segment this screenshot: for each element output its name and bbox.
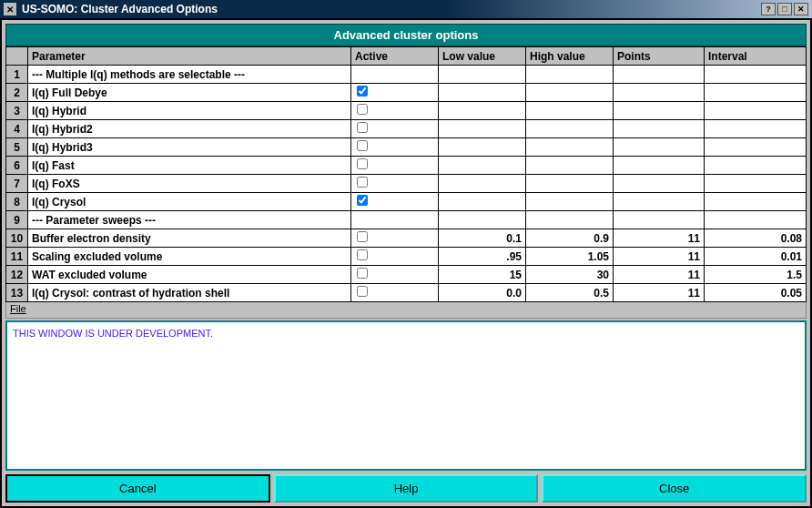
table-row[interactable]: 4I(q) Hybrid2 xyxy=(6,120,807,138)
cancel-button[interactable]: Cancel xyxy=(5,474,270,503)
active-checkbox[interactable] xyxy=(357,195,368,206)
low-cell[interactable]: .95 xyxy=(439,248,526,266)
active-checkbox[interactable] xyxy=(357,177,368,188)
interval-cell[interactable] xyxy=(705,138,807,157)
param-cell[interactable]: --- Multiple I(q) methods are selectable… xyxy=(28,66,351,84)
table-row[interactable]: 10Buffer electron density0.10.9110.08 xyxy=(6,229,807,248)
high-cell[interactable] xyxy=(526,157,614,175)
high-cell[interactable]: 0.5 xyxy=(526,284,614,302)
points-cell[interactable] xyxy=(614,102,705,120)
param-cell[interactable]: --- Parameter sweeps --- xyxy=(28,211,351,229)
param-cell[interactable]: Scaling excluded volume xyxy=(28,248,351,266)
high-cell[interactable] xyxy=(526,84,614,102)
active-cell[interactable] xyxy=(351,193,439,211)
low-cell[interactable] xyxy=(439,102,526,120)
points-cell[interactable]: 11 xyxy=(614,266,705,284)
maximize-window-button[interactable]: □ xyxy=(777,3,792,15)
points-cell[interactable] xyxy=(614,211,705,229)
points-cell[interactable] xyxy=(614,84,705,102)
high-cell[interactable] xyxy=(526,66,614,84)
interval-cell[interactable] xyxy=(705,102,807,120)
param-cell[interactable]: I(q) Hybrid2 xyxy=(28,120,351,138)
points-cell[interactable] xyxy=(614,193,705,211)
active-cell[interactable] xyxy=(351,102,439,120)
menu-bar[interactable]: File xyxy=(5,302,807,319)
active-checkbox[interactable] xyxy=(357,286,368,297)
col-header-points[interactable]: Points xyxy=(614,47,705,66)
col-header-active[interactable]: Active xyxy=(351,47,439,66)
low-cell[interactable] xyxy=(439,193,526,211)
active-cell[interactable] xyxy=(351,175,439,193)
interval-cell[interactable] xyxy=(705,84,807,102)
col-header-interval[interactable]: Interval xyxy=(705,47,807,66)
active-cell[interactable] xyxy=(351,229,439,248)
file-menu[interactable]: File xyxy=(10,303,26,314)
low-cell[interactable]: 0.0 xyxy=(439,284,526,302)
table-row[interactable]: 6I(q) Fast xyxy=(6,157,807,175)
table-row[interactable]: 12WAT excluded volume1530111.5 xyxy=(6,266,807,284)
active-checkbox[interactable] xyxy=(357,86,368,97)
high-cell[interactable] xyxy=(526,102,614,120)
low-cell[interactable] xyxy=(439,157,526,175)
points-cell[interactable]: 11 xyxy=(614,248,705,266)
table-row[interactable]: 8I(q) Crysol xyxy=(6,193,807,211)
low-cell[interactable] xyxy=(439,84,526,102)
param-cell[interactable]: I(q) Crysol xyxy=(28,193,351,211)
param-cell[interactable]: I(q) Full Debye xyxy=(28,84,351,102)
low-cell[interactable] xyxy=(439,175,526,193)
help-button[interactable]: Help xyxy=(274,474,539,503)
high-cell[interactable]: 0.9 xyxy=(526,229,614,248)
param-cell[interactable]: I(q) Crysol: contrast of hydration shell xyxy=(28,284,351,302)
table-row[interactable]: 2I(q) Full Debye xyxy=(6,84,807,102)
col-header-high[interactable]: High value xyxy=(526,47,614,66)
interval-cell[interactable] xyxy=(705,120,807,138)
low-cell[interactable] xyxy=(439,211,526,229)
table-row[interactable]: 11Scaling excluded volume.951.05110.01 xyxy=(6,248,807,266)
high-cell[interactable] xyxy=(526,211,614,229)
points-cell[interactable] xyxy=(614,138,705,157)
high-cell[interactable] xyxy=(526,120,614,138)
active-cell[interactable] xyxy=(351,248,439,266)
high-cell[interactable]: 1.05 xyxy=(526,248,614,266)
active-cell[interactable] xyxy=(351,66,439,84)
table-row[interactable]: 3I(q) Hybrid xyxy=(6,102,807,120)
table-row[interactable]: 1--- Multiple I(q) methods are selectabl… xyxy=(6,66,807,84)
high-cell[interactable] xyxy=(526,193,614,211)
close-window-button[interactable]: ✕ xyxy=(794,3,808,15)
high-cell[interactable]: 30 xyxy=(526,266,614,284)
high-cell[interactable] xyxy=(526,138,614,157)
titlebar[interactable]: ✕ US-SOMO: Cluster Advanced Options ? □ … xyxy=(0,0,812,18)
low-cell[interactable] xyxy=(439,66,526,84)
active-cell[interactable] xyxy=(351,266,439,284)
interval-cell[interactable]: 0.08 xyxy=(705,229,807,248)
active-cell[interactable] xyxy=(351,120,439,138)
interval-cell[interactable] xyxy=(705,175,807,193)
low-cell[interactable] xyxy=(439,138,526,157)
low-cell[interactable]: 0.1 xyxy=(439,229,526,248)
active-cell[interactable] xyxy=(351,211,439,229)
active-checkbox[interactable] xyxy=(357,268,368,279)
table-row[interactable]: 13I(q) Crysol: contrast of hydration she… xyxy=(6,284,807,302)
active-cell[interactable] xyxy=(351,284,439,302)
points-cell[interactable] xyxy=(614,66,705,84)
table-row[interactable]: 7I(q) FoXS xyxy=(6,175,807,193)
active-cell[interactable] xyxy=(351,138,439,157)
interval-cell[interactable] xyxy=(705,211,807,229)
interval-cell[interactable] xyxy=(705,157,807,175)
param-cell[interactable]: I(q) Hybrid3 xyxy=(28,138,351,157)
points-cell[interactable] xyxy=(614,120,705,138)
active-cell[interactable] xyxy=(351,84,439,102)
param-cell[interactable]: I(q) Fast xyxy=(28,157,351,175)
interval-cell[interactable]: 0.05 xyxy=(705,284,807,302)
active-cell[interactable] xyxy=(351,157,439,175)
interval-cell[interactable]: 1.5 xyxy=(705,266,807,284)
param-cell[interactable]: WAT excluded volume xyxy=(28,266,351,284)
param-cell[interactable]: I(q) Hybrid xyxy=(28,102,351,120)
low-cell[interactable]: 15 xyxy=(439,266,526,284)
active-checkbox[interactable] xyxy=(357,140,368,151)
low-cell[interactable] xyxy=(439,120,526,138)
active-checkbox[interactable] xyxy=(357,122,368,133)
high-cell[interactable] xyxy=(526,175,614,193)
help-window-button[interactable]: ? xyxy=(761,3,776,15)
interval-cell[interactable] xyxy=(705,193,807,211)
